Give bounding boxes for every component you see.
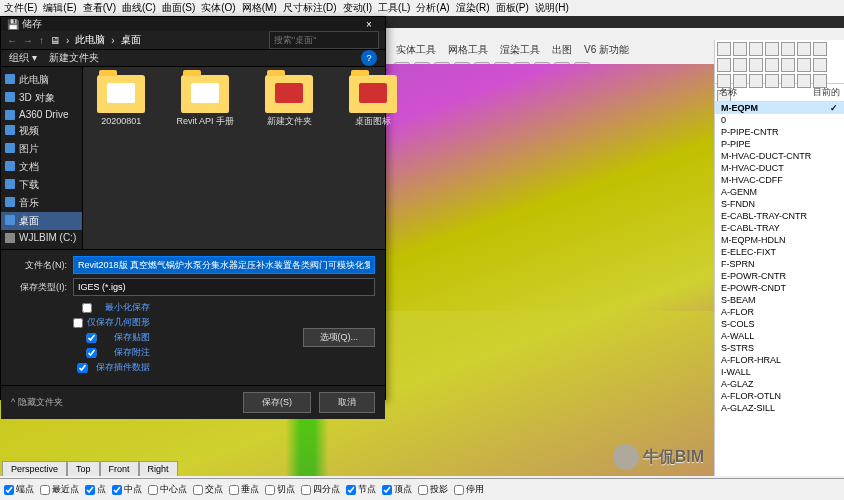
menu-item[interactable]: 说明(H) xyxy=(535,1,569,15)
up-icon[interactable]: ↑ xyxy=(39,35,44,46)
layer-row[interactable]: A-GLAZ xyxy=(715,378,844,390)
menu-item[interactable]: 变动(I) xyxy=(343,1,372,15)
menu-item[interactable]: 面板(P) xyxy=(496,1,529,15)
crumb-desktop[interactable]: 桌面 xyxy=(121,33,141,47)
sidebar-item[interactable]: 视频 xyxy=(1,122,82,140)
osnap-bar[interactable]: 端点最近点点中点中心点交点垂点切点四分点节点顶点投影停用 xyxy=(0,478,844,500)
toolbar-tab[interactable]: 出图 xyxy=(552,43,572,57)
layer-tool-icon[interactable] xyxy=(797,58,811,72)
menu-item[interactable]: 文件(E) xyxy=(4,1,37,15)
layer-row[interactable]: E-CABL-TRAY-CNTR xyxy=(715,210,844,222)
sidebar-item[interactable]: 文档 xyxy=(1,158,82,176)
crumb-pc[interactable]: 此电脑 xyxy=(75,33,105,47)
layer-row[interactable]: E-ELEC-FIXT xyxy=(715,246,844,258)
layer-tool-icon[interactable] xyxy=(765,58,779,72)
layer-tool-icon[interactable] xyxy=(749,58,763,72)
layer-row[interactable]: A-FLOR-OTLN xyxy=(715,390,844,402)
viewport-tab[interactable]: Right xyxy=(139,461,178,476)
layer-list[interactable]: M-EQPM ✓0P-PIPE-CNTRP-PIPEM-HVAC-DUCT-CN… xyxy=(715,102,844,476)
layer-tool-icon[interactable] xyxy=(797,42,811,56)
back-icon[interactable]: ← xyxy=(7,35,17,46)
osnap-option[interactable]: 中心点 xyxy=(148,483,187,496)
save-option-checkbox[interactable] xyxy=(73,363,92,373)
new-folder-button[interactable]: 新建文件夹 xyxy=(49,51,99,65)
sidebar-item[interactable]: A360 Drive xyxy=(1,107,82,122)
layer-row[interactable]: S-STRS xyxy=(715,342,844,354)
osnap-option[interactable]: 最近点 xyxy=(40,483,79,496)
osnap-option[interactable]: 投影 xyxy=(418,483,448,496)
sidebar-item[interactable]: 桌面 xyxy=(1,212,82,230)
save-option-checkbox[interactable] xyxy=(73,348,110,358)
layer-row[interactable]: E-POWR-CNDT xyxy=(715,282,844,294)
folder-item[interactable]: Revit API 手册 xyxy=(175,75,235,127)
main-menubar[interactable]: 文件(E)编辑(E)查看(V)曲线(C)曲面(S)实体(O)网格(M)尺寸标注(… xyxy=(0,0,844,16)
close-icon[interactable]: × xyxy=(359,19,379,30)
osnap-option[interactable]: 四分点 xyxy=(301,483,340,496)
search-input[interactable] xyxy=(269,31,379,49)
layer-row[interactable]: M-EQPM-HDLN xyxy=(715,234,844,246)
options-button[interactable]: 选项(Q)... xyxy=(303,328,376,347)
viewport-tab[interactable]: Perspective xyxy=(2,461,67,476)
osnap-option[interactable]: 交点 xyxy=(193,483,223,496)
file-area[interactable]: 20200801Revit API 手册新建文件夹桌面图标 xyxy=(83,67,411,249)
layer-row[interactable]: S-FNDN xyxy=(715,198,844,210)
menu-item[interactable]: 尺寸标注(D) xyxy=(283,1,337,15)
toolbar-tab[interactable]: V6 新功能 xyxy=(584,43,629,57)
osnap-option[interactable]: 端点 xyxy=(4,483,34,496)
layer-row[interactable]: S-BEAM xyxy=(715,294,844,306)
osnap-option[interactable]: 停用 xyxy=(454,483,484,496)
layer-row[interactable]: M-HVAC-DUCT xyxy=(715,162,844,174)
forward-icon[interactable]: → xyxy=(23,35,33,46)
layer-tools[interactable] xyxy=(715,40,844,84)
osnap-option[interactable]: 顶点 xyxy=(382,483,412,496)
osnap-option[interactable]: 切点 xyxy=(265,483,295,496)
sidebar-item[interactable]: 下载 xyxy=(1,176,82,194)
toolbar-tab[interactable]: 实体工具 xyxy=(396,43,436,57)
layer-tool-icon[interactable] xyxy=(813,42,827,56)
osnap-option[interactable]: 中点 xyxy=(112,483,142,496)
layer-tool-icon[interactable] xyxy=(781,42,795,56)
menu-item[interactable]: 渲染(R) xyxy=(456,1,490,15)
layer-tool-icon[interactable] xyxy=(781,58,795,72)
sidebar-item[interactable]: 图片 xyxy=(1,140,82,158)
organize-menu[interactable]: 组织 ▾ xyxy=(9,51,37,65)
menu-item[interactable]: 查看(V) xyxy=(83,1,116,15)
menu-item[interactable]: 曲线(C) xyxy=(122,1,156,15)
layer-row[interactable]: A-FLOR-HRAL xyxy=(715,354,844,366)
save-option-checkbox[interactable] xyxy=(73,318,83,328)
viewport-tabs[interactable]: PerspectiveTopFrontRight xyxy=(2,461,178,476)
osnap-option[interactable]: 点 xyxy=(85,483,106,496)
layer-row[interactable]: P-PIPE-CNTR xyxy=(715,126,844,138)
osnap-option[interactable]: 垂点 xyxy=(229,483,259,496)
layer-tool-icon[interactable] xyxy=(733,42,747,56)
layer-row[interactable]: E-POWR-CNTR xyxy=(715,270,844,282)
folder-item[interactable]: 20200801 xyxy=(91,75,151,127)
save-option-checkbox[interactable] xyxy=(73,303,101,313)
layer-row[interactable]: 0 xyxy=(715,114,844,126)
layer-row[interactable]: A-GLAZ-SILL xyxy=(715,402,844,414)
menu-item[interactable]: 曲面(S) xyxy=(162,1,195,15)
viewport-tab[interactable]: Front xyxy=(100,461,139,476)
filetype-select[interactable] xyxy=(73,278,375,296)
layer-row[interactable]: A-WALL xyxy=(715,330,844,342)
save-button[interactable]: 保存(S) xyxy=(243,392,311,413)
layer-row[interactable]: M-HVAC-DUCT-CNTR xyxy=(715,150,844,162)
menu-item[interactable]: 编辑(E) xyxy=(43,1,76,15)
layer-row[interactable]: M-EQPM ✓ xyxy=(715,102,844,114)
folder-item[interactable]: 新建文件夹 xyxy=(259,75,319,127)
layer-row[interactable]: F-SPRN xyxy=(715,258,844,270)
help-icon[interactable]: ? xyxy=(361,50,377,66)
layer-row[interactable]: E-CABL-TRAY xyxy=(715,222,844,234)
viewport-tab[interactable]: Top xyxy=(67,461,100,476)
folder-item[interactable]: 桌面图标 xyxy=(343,75,403,127)
osnap-option[interactable]: 节点 xyxy=(346,483,376,496)
sidebar-item[interactable]: 音乐 xyxy=(1,194,82,212)
sidebar-item[interactable]: WJLBIM (C:) xyxy=(1,230,82,245)
layer-tool-icon[interactable] xyxy=(717,42,731,56)
menu-item[interactable]: 网格(M) xyxy=(242,1,277,15)
hide-folders-toggle[interactable]: ^ 隐藏文件夹 xyxy=(11,396,63,409)
layer-row[interactable]: A-FLOR xyxy=(715,306,844,318)
dialog-sidebar[interactable]: 此电脑3D 对象A360 Drive视频图片文档下载音乐桌面WJLBIM (C:… xyxy=(1,67,83,249)
save-option-checkbox[interactable] xyxy=(73,333,110,343)
sidebar-item[interactable]: 3D 对象 xyxy=(1,89,82,107)
